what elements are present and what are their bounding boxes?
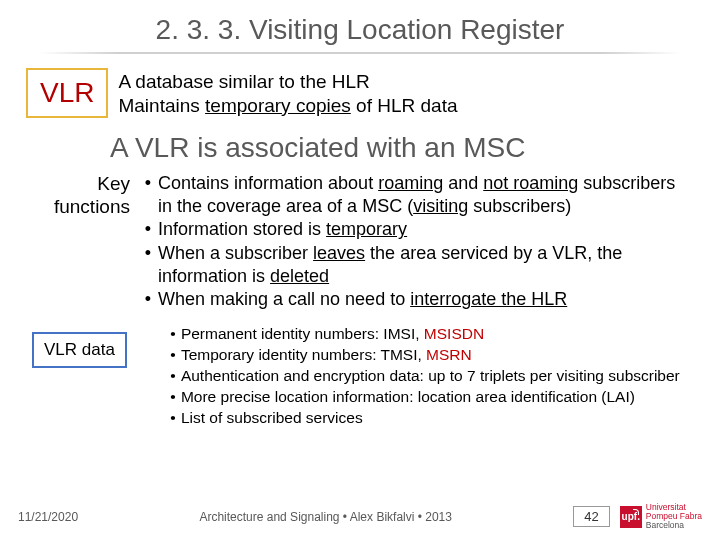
- title-underline: [40, 52, 680, 54]
- list-item: Authentication and encryption data: up t…: [165, 366, 686, 387]
- key-functions-label: Key functions: [26, 172, 138, 312]
- definition-row: VLR A database similar to the HLR Mainta…: [20, 68, 700, 128]
- upf-logo-text: Universitat Pompeu Fabra Barcelona: [646, 503, 702, 530]
- upf-logo-icon: upf.: [620, 506, 642, 528]
- def-line-2b: temporary copies: [205, 95, 351, 116]
- upf-logo: upf. Universitat Pompeu Fabra Barcelona: [620, 503, 702, 530]
- list-item: When a subscriber leaves the area servic…: [138, 242, 686, 289]
- def-line-2a: Maintains: [118, 95, 205, 116]
- footer: 11/21/2020 Architecture and Signaling • …: [0, 503, 720, 530]
- list-item: Contains information about roaming and n…: [138, 172, 686, 219]
- footer-center: Architecture and Signaling • Alex Bikfal…: [78, 510, 573, 524]
- slide: 2. 3. 3. Visiting Location Register VLR …: [0, 0, 720, 428]
- list-item: List of subscribed services: [165, 408, 686, 429]
- list-item: Information stored is temporary: [138, 218, 686, 241]
- kf-label-1: Key: [97, 173, 130, 194]
- definition-text: A database similar to the HLR Maintains …: [118, 68, 457, 118]
- vlr-data-list: Permanent identity numbers: IMSI, MSISDN…: [127, 324, 686, 429]
- def-line-2c: of HLR data: [351, 95, 458, 116]
- vlr-box: VLR: [26, 68, 108, 118]
- footer-date: 11/21/2020: [18, 510, 78, 524]
- vlr-data-box: VLR data: [32, 332, 127, 368]
- association-heading: A VLR is associated with an MSC: [110, 132, 700, 164]
- list-item: Permanent identity numbers: IMSI, MSISDN: [165, 324, 686, 345]
- page-number: 42: [573, 506, 609, 527]
- key-functions-list: Contains information about roaming and n…: [138, 172, 686, 312]
- def-line-1: A database similar to the HLR: [118, 70, 457, 94]
- kf-label-2: functions: [54, 196, 130, 217]
- key-functions-row: Key functions Contains information about…: [20, 172, 700, 322]
- list-item: More precise location information: locat…: [165, 387, 686, 408]
- list-item: When making a call no need to interrogat…: [138, 288, 686, 311]
- list-item: Temporary identity numbers: TMSI, MSRN: [165, 345, 686, 366]
- def-line-2: Maintains temporary copies of HLR data: [118, 94, 457, 118]
- page-title: 2. 3. 3. Visiting Location Register: [20, 14, 700, 46]
- vlr-data-row: VLR data Permanent identity numbers: IMS…: [20, 322, 700, 429]
